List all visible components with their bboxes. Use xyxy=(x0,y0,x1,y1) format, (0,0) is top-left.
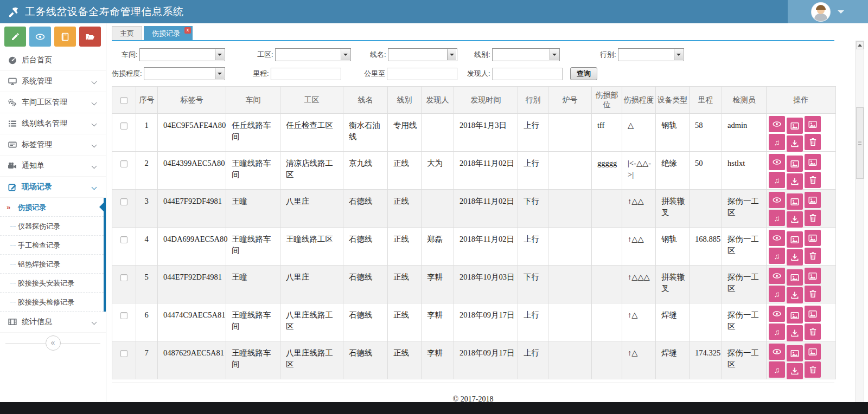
search-button[interactable]: 查询 xyxy=(570,67,597,80)
workarea-select[interactable] xyxy=(275,48,351,61)
music-icon[interactable]: ♫ xyxy=(769,210,785,226)
eye-icon[interactable] xyxy=(769,344,785,360)
submenu-item-instrument-flaw[interactable]: »仪器探伤记录 xyxy=(0,217,104,236)
trash-icon[interactable] xyxy=(805,324,821,340)
trash-icon[interactable] xyxy=(805,286,821,302)
download-icon[interactable] xyxy=(787,325,803,341)
image-icon[interactable] xyxy=(805,116,821,132)
music-icon[interactable]: ♫ xyxy=(769,172,785,188)
caret-down-icon[interactable] xyxy=(838,10,844,14)
sidebar-item-tags[interactable]: 标签管理 xyxy=(0,134,106,156)
row-checkbox[interactable] xyxy=(120,274,127,281)
sidebar-item-home[interactable]: 后台首页 xyxy=(0,50,106,71)
close-tab-icon[interactable]: x xyxy=(184,27,191,34)
eye-icon[interactable] xyxy=(769,230,785,246)
table-cell: 王瞳线路工区 xyxy=(280,228,343,266)
music-icon[interactable]: ♫ xyxy=(769,286,785,302)
linename-select[interactable] xyxy=(388,48,457,61)
folder-open-button[interactable] xyxy=(79,27,101,47)
user-avatar[interactable] xyxy=(812,3,830,21)
eye-icon[interactable] xyxy=(769,154,785,170)
trash-icon[interactable] xyxy=(805,248,821,264)
row-checkbox[interactable] xyxy=(120,122,127,130)
trash-icon[interactable] xyxy=(805,210,821,226)
download-icon[interactable] xyxy=(787,211,803,228)
submenu-item-manual-check[interactable]: »手工检查记录 xyxy=(0,236,104,255)
tab-damage-records[interactable]: 伤损记录 x xyxy=(144,26,193,40)
submenu-item-glued-joint-install[interactable]: »胶接接头安装记录 xyxy=(0,274,104,293)
music-icon[interactable]: ♫ xyxy=(769,361,785,378)
download-icon[interactable] xyxy=(787,287,803,303)
eye-icon[interactable] xyxy=(769,306,785,322)
scroll-up-button[interactable] xyxy=(856,41,864,49)
select-arrow-icon[interactable] xyxy=(674,49,683,60)
image-icon[interactable] xyxy=(787,345,803,361)
trash-icon[interactable] xyxy=(805,134,821,150)
submenu-item-thermite-weld[interactable]: »铝热焊接记录 xyxy=(0,255,104,274)
collapse-sidebar-button[interactable]: « xyxy=(46,335,61,351)
music-icon[interactable]: ♫ xyxy=(769,324,785,340)
select-arrow-icon[interactable] xyxy=(447,49,456,60)
mileage-input[interactable] xyxy=(271,68,341,80)
row-checkbox[interactable] xyxy=(120,236,127,243)
trash-icon[interactable] xyxy=(805,361,821,378)
discoverer-input[interactable] xyxy=(492,68,563,80)
sidebar-item-statistics[interactable]: 统计信息 xyxy=(0,312,106,333)
image-icon[interactable] xyxy=(787,193,803,210)
select-all-checkbox[interactable] xyxy=(120,97,127,104)
table-cell: 7 xyxy=(136,341,158,379)
download-icon[interactable] xyxy=(787,249,803,266)
download-icon[interactable] xyxy=(787,173,803,190)
workshop-select[interactable] xyxy=(139,48,225,61)
submenu-item-damage-records[interactable]: » 伤损记录 xyxy=(0,198,104,217)
image-icon[interactable] xyxy=(787,307,803,324)
image-icon[interactable] xyxy=(805,230,821,246)
select-arrow-icon[interactable] xyxy=(215,49,224,60)
sidebar-item-system[interactable]: 系统管理 xyxy=(0,71,106,92)
sidebar-item-notices[interactable]: 通知单 xyxy=(0,156,106,177)
image-icon[interactable] xyxy=(805,306,821,322)
download-icon[interactable] xyxy=(787,363,803,379)
table-cell xyxy=(548,228,592,266)
eye-icon[interactable] xyxy=(769,268,785,284)
download-icon[interactable] xyxy=(787,135,803,152)
scrollbar-thumb[interactable] xyxy=(856,107,864,179)
row-checkbox[interactable] xyxy=(120,350,127,357)
pencil-button[interactable] xyxy=(4,27,26,47)
image-icon[interactable] xyxy=(787,269,803,286)
music-icon[interactable]: ♫ xyxy=(769,134,785,150)
tab-home[interactable]: 主页 xyxy=(112,26,142,40)
table-cell xyxy=(592,228,622,266)
select-arrow-icon[interactable] xyxy=(215,68,224,79)
submenu-item-glued-joint-repair[interactable]: »胶接接头检修记录 xyxy=(0,293,104,312)
direction-select[interactable] xyxy=(618,48,684,61)
eye-button[interactable] xyxy=(29,27,51,47)
image-icon[interactable] xyxy=(805,344,821,360)
sidebar-item-label: 线别线名管理 xyxy=(22,119,67,128)
row-checkbox[interactable] xyxy=(120,160,127,167)
linetype-select[interactable] xyxy=(492,48,560,61)
select-arrow-icon[interactable] xyxy=(341,49,350,60)
image-icon[interactable] xyxy=(787,156,803,172)
km-to-input[interactable] xyxy=(387,68,457,80)
music-icon[interactable]: ♫ xyxy=(769,248,785,264)
trash-icon[interactable] xyxy=(805,172,821,188)
row-checkbox[interactable] xyxy=(120,312,127,319)
sidebar-item-workshop[interactable]: 车间工区管理 xyxy=(0,92,106,113)
image-icon[interactable] xyxy=(787,231,803,248)
table-cell: 正线 xyxy=(388,341,422,379)
image-icon[interactable] xyxy=(787,118,803,134)
sidebar-item-field-records[interactable]: 现场记录 xyxy=(0,177,106,198)
image-icon[interactable] xyxy=(805,192,821,208)
table-cell xyxy=(592,303,622,341)
book-button[interactable] xyxy=(54,27,76,47)
sidebar-item-lines[interactable]: 线别线名管理 xyxy=(0,113,106,134)
damage-degree-select[interactable] xyxy=(144,67,225,80)
eye-icon[interactable] xyxy=(769,116,785,132)
eye-icon[interactable] xyxy=(769,192,785,208)
vertical-scrollbar[interactable] xyxy=(856,41,864,413)
row-checkbox[interactable] xyxy=(120,198,127,205)
image-icon[interactable] xyxy=(805,154,821,170)
select-arrow-icon[interactable] xyxy=(550,49,559,60)
image-icon[interactable] xyxy=(805,268,821,284)
